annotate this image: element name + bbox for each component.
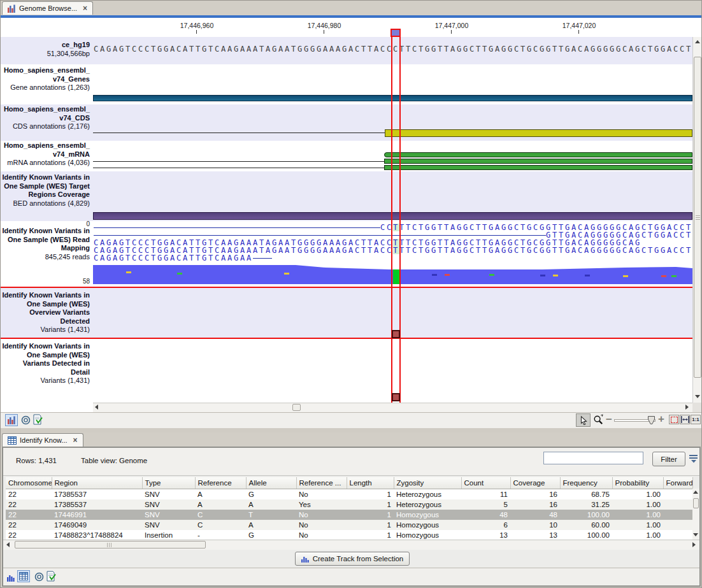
table-vscrollbar[interactable] [692,489,699,540]
tab-genome-browser[interactable]: Genome Browse... × [2,1,93,15]
track-label-reads[interactable]: Identify Known Variants in One Sample (W… [2,227,90,261]
column-header[interactable]: Reference ... [296,477,347,489]
pointer-tool-button[interactable] [576,413,591,427]
column-header[interactable]: Region [52,477,142,489]
show-history-button[interactable] [34,572,44,584]
mismatch-marker [585,275,590,276]
ruler-label: 17,446,960 [171,22,222,29]
filter-expand-icon [689,454,699,464]
report-check-icon [32,414,43,425]
table-row[interactable]: 22 17469049 SNV C A No 1 Homozygous 6 10… [6,520,692,530]
scroll-left-icon[interactable] [95,405,98,410]
show-element-info-button[interactable] [46,571,57,584]
track-label-detail-variants[interactable]: Identify Known Variants in One Sample (W… [2,342,90,385]
gene-annotation-bar[interactable] [93,95,692,101]
scroll-left-icon[interactable] [6,542,10,547]
track-label-mrna[interactable]: Homo_sapiens_ensembl_v74_mRNA mRNA annot… [2,141,90,168]
scroll-right-icon[interactable] [685,405,689,410]
thumb-grip [107,543,108,547]
zoom-100-button[interactable]: 1:1 [691,415,701,424]
table-cell: Heterozygous [394,499,461,510]
column-header[interactable]: Reference [195,477,246,489]
mrna-annotation-bar[interactable] [384,159,692,164]
table-cell: T [246,510,296,520]
app-window: Genome Browse... × 17,446,960 17,446,980… [0,0,702,588]
track-label-genes[interactable]: Homo_sapiens_ensembl_v74_Genes Gene anno… [2,66,90,92]
track-label-sequence[interactable]: ce_hg19 51,304,566bp [2,41,90,58]
read-sequence[interactable]: CAGAGTCCCTGGACATTGTCAAGAA [94,254,253,262]
track-label-overview-variants[interactable]: Identify Known Variants in One Sample (W… [2,291,90,334]
fit-width-button[interactable] [680,415,690,424]
create-track-button[interactable]: Create Track from Selection [295,552,410,566]
tab-label: Identify Know... [20,436,68,444]
table-cell: SNV [142,499,195,510]
scroll-right-icon[interactable] [692,542,696,547]
browser-hscroll-thumb[interactable] [292,404,301,411]
show-track-view-button[interactable] [7,573,15,584]
scroll-up-icon[interactable] [695,40,700,43]
column-header[interactable]: Chromosome [6,477,52,489]
close-icon[interactable]: × [83,5,87,11]
table-cell [663,520,692,530]
column-header[interactable]: Count [461,477,510,489]
table-cell: 13 [510,530,560,540]
filter-button[interactable]: Filter [652,452,685,466]
scroll-down-icon[interactable] [693,533,698,536]
table-cell: A [246,520,296,530]
variant-marker-detail[interactable] [392,393,400,401]
track-label-cds[interactable]: Homo_sapiens_ensembl_v74_CDS CDS annotat… [2,105,90,131]
table-vscroll-thumb[interactable] [693,498,699,508]
close-icon[interactable]: × [73,437,78,443]
column-header[interactable]: Coverage [510,477,560,489]
track-label-bed[interactable]: Identify Known Variants in One Sample (W… [2,173,90,208]
table-cell: 1 [347,510,394,520]
show-history-button[interactable] [21,415,31,427]
table-cell: 22 [6,499,52,510]
selection-line-left [391,36,392,403]
bed-annotation-bar[interactable] [93,212,692,220]
zoom-out-button[interactable]: − [606,415,612,425]
column-header[interactable]: Type [142,477,195,489]
selection-marker-handle[interactable] [390,29,401,37]
ruler-tick [451,30,452,34]
table-hscroll-thumb[interactable] [15,541,206,549]
show-track-list-button[interactable] [5,414,18,426]
mrna-annotation-bar[interactable] [384,165,692,170]
read-pair-line [94,235,546,236]
column-header[interactable]: Allele [246,477,296,489]
zoom-tool-button[interactable] [592,414,605,429]
browser-vscroll-thumb[interactable] [694,57,701,378]
panel-divider[interactable] [1,428,702,433]
table-row[interactable]: 22 17488823^17488824 Insertion - G No 1 … [6,530,692,540]
column-header[interactable]: Length [347,477,394,489]
table-row[interactable]: 22 17385537 SNV A G No 1 Heterozygous 11… [6,489,692,500]
ruler-tick [324,30,324,34]
thumb-grip [696,219,700,220]
filter-search-input[interactable] [543,452,643,464]
table-row[interactable]: 22 17446991 SNV C T No 1 Homozygous 48 4… [6,510,692,520]
column-header[interactable]: Probability [612,477,663,489]
advanced-filter-toggle[interactable] [689,454,699,466]
cds-annotation-bar[interactable] [385,129,692,137]
table-row[interactable]: 22 17385537 SNV A A Yes 1 Heterozygous 5… [6,499,692,510]
table-cell: 1 [347,499,394,510]
table-cell: 1.00 [612,530,663,540]
show-element-info-button[interactable] [32,414,43,427]
column-header[interactable]: Forward ... [663,477,692,489]
variant-marker-overview[interactable] [392,330,400,338]
column-header[interactable]: Frequency [560,477,612,489]
column-header[interactable]: Zygosity [394,477,461,489]
mismatch-marker [553,275,558,276]
show-table-view-button[interactable] [17,570,30,582]
scroll-up-icon[interactable] [693,491,698,494]
browser-hscrollbar[interactable] [93,403,692,412]
table-cell: 48 [510,510,560,520]
tab-variant-table[interactable]: Identify Know... × [2,433,83,447]
zoom-to-selection-button[interactable] [669,415,679,424]
mrna-annotation-bar[interactable] [384,152,692,157]
scroll-down-icon[interactable] [695,395,700,398]
mismatch-marker [126,271,131,273]
zoom-in-button[interactable]: + [658,414,664,424]
table-cell: 100.00 [560,510,612,520]
zoom-slider-thumb[interactable] [648,415,655,427]
